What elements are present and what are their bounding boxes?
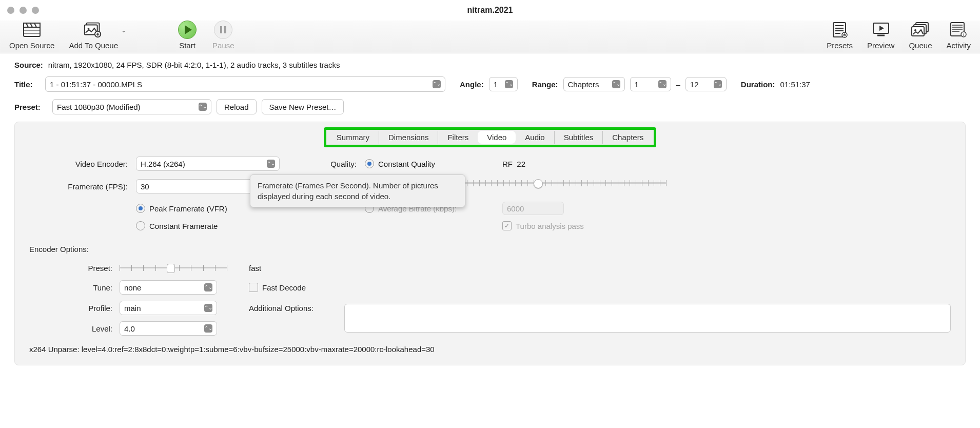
presets-label: Presets [827, 41, 853, 50]
activity-button[interactable]: i Activity [946, 21, 971, 50]
checkbox-icon [249, 283, 258, 292]
range-type-select[interactable]: Chapters [563, 77, 625, 91]
tab-filters[interactable]: Filters [438, 131, 478, 144]
queue-icon [910, 21, 931, 39]
encoder-options-heading: Encoder Options: [29, 245, 951, 254]
framerate-tooltip: Framerate (Frames Per Second). Number of… [250, 174, 465, 207]
fast-decode-text: Fast Decode [262, 283, 306, 292]
queue-add-icon [83, 21, 104, 39]
traffic-minimize[interactable] [19, 7, 27, 14]
radio-on-icon [365, 159, 374, 168]
source-label: Source: [14, 61, 43, 69]
add-to-queue-button[interactable]: Add To Queue [69, 21, 118, 50]
preset-label: Preset: [14, 103, 47, 111]
reload-button[interactable]: Reload [217, 99, 257, 114]
settings-panel: Summary Dimensions Filters Video Audio S… [14, 122, 966, 365]
save-new-preset-button[interactable]: Save New Preset… [262, 99, 344, 114]
angle-value: 1 [494, 80, 498, 89]
svg-rect-0 [24, 27, 40, 36]
x264-unparse-text: x264 Unparse: level=4.0:ref=2:8x8dct=0:w… [29, 345, 951, 354]
preview-label: Preview [867, 41, 894, 50]
open-source-label: Open Source [9, 41, 54, 50]
range-to-select[interactable]: 12 [685, 77, 727, 91]
source-value: nitram, 1920x1080, 24 FPS, SDR (8-bit 4:… [48, 61, 340, 69]
angle-label: Angle: [460, 80, 484, 89]
constant-framerate-text: Constant Framerate [149, 222, 218, 230]
start-label: Start [179, 41, 195, 50]
framerate-label: Framerate (FPS): [29, 182, 132, 191]
slider-knob[interactable] [534, 179, 543, 188]
queue-button[interactable]: Queue [909, 21, 932, 50]
rf-readout: RF 22 [502, 160, 667, 168]
constant-framerate-radio[interactable]: Constant Framerate [136, 221, 300, 230]
peak-framerate-text: Peak Framerate (VFR) [149, 204, 227, 213]
checkbox-icon: ✓ [502, 221, 512, 230]
tab-video[interactable]: Video [478, 131, 516, 144]
angle-select[interactable]: 1 [489, 77, 518, 91]
preset-select[interactable]: Fast 1080p30 (Modified) [52, 99, 211, 114]
tab-chapters[interactable]: Chapters [602, 131, 653, 144]
tab-subtitles[interactable]: Subtitles [554, 131, 603, 144]
radio-off-icon [136, 221, 145, 230]
svg-text:i: i [963, 32, 964, 37]
preview-icon [870, 21, 892, 39]
profile-label: Profile: [29, 304, 116, 313]
queue-label: Queue [909, 41, 932, 50]
encoder-preset-label: Preset: [29, 264, 116, 273]
level-select[interactable]: 4.0 [120, 321, 217, 336]
tune-select[interactable]: none [120, 280, 217, 295]
range-from-select[interactable]: 1 [630, 77, 671, 91]
traffic-close[interactable] [7, 7, 14, 14]
tab-audio[interactable]: Audio [516, 131, 554, 144]
preview-button[interactable]: Preview [867, 21, 894, 50]
pause-button: Pause [212, 21, 234, 50]
profile-value: main [124, 304, 141, 313]
range-separator: – [676, 80, 680, 89]
turbo-pass-text: Turbo analysis pass [516, 222, 584, 230]
activity-icon: i [948, 21, 969, 39]
chevron-down-icon[interactable]: ⌄ [121, 27, 126, 34]
window-title: nitram.2021 [467, 6, 513, 15]
tab-summary[interactable]: Summary [327, 131, 379, 144]
additional-options-label: Additional Options: [249, 304, 341, 313]
settings-tabs: Summary Dimensions Filters Video Audio S… [324, 127, 656, 147]
quality-label: Quality: [304, 160, 361, 168]
framerate-value: 30 [141, 182, 149, 191]
duration-label: Duration: [741, 80, 775, 89]
traffic-zoom[interactable] [32, 7, 39, 14]
encoder-preset-slider[interactable] [120, 262, 227, 274]
add-to-queue-label: Add To Queue [69, 41, 118, 50]
video-encoder-value: H.264 (x264) [141, 160, 185, 168]
additional-options-input[interactable] [344, 304, 951, 333]
video-encoder-select[interactable]: H.264 (x264) [136, 157, 280, 171]
profile-select[interactable]: main [120, 301, 217, 315]
range-to-value: 12 [690, 80, 699, 89]
turbo-pass-checkbox: ✓ Turbo analysis pass [502, 221, 667, 230]
presets-icon [829, 21, 851, 39]
fast-decode-checkbox[interactable]: Fast Decode [249, 283, 341, 292]
open-source-button[interactable]: Open Source [9, 21, 54, 50]
play-icon [178, 21, 197, 39]
activity-label: Activity [946, 41, 971, 50]
pause-icon [214, 21, 232, 39]
clapperboard-icon [21, 21, 43, 39]
video-encoder-label: Video Encoder: [29, 160, 132, 168]
start-button[interactable]: Start [177, 21, 198, 50]
level-value: 4.0 [124, 324, 135, 333]
radio-on-icon [136, 204, 145, 213]
slider-knob[interactable] [167, 264, 175, 273]
encoder-preset-value: fast [249, 264, 341, 273]
preset-value: Fast 1080p30 (Modified) [57, 103, 141, 111]
title-select[interactable]: 1 - 01:51:37 - 00000.MPLS [45, 76, 445, 92]
duration-value: 01:51:37 [780, 80, 810, 89]
constant-quality-radio[interactable]: Constant Quality [365, 159, 498, 168]
tune-value: none [124, 283, 141, 292]
window-titlebar: nitram.2021 [0, 0, 980, 21]
presets-button[interactable]: Presets [827, 21, 853, 50]
average-bitrate-input[interactable]: 6000 [502, 202, 564, 215]
pause-label: Pause [212, 41, 234, 50]
main-toolbar: Open Source Add To Queue ⌄ Start Pause [0, 21, 980, 53]
range-type-value: Chapters [568, 80, 599, 89]
tab-dimensions[interactable]: Dimensions [379, 131, 438, 144]
title-label: Title: [14, 80, 40, 89]
